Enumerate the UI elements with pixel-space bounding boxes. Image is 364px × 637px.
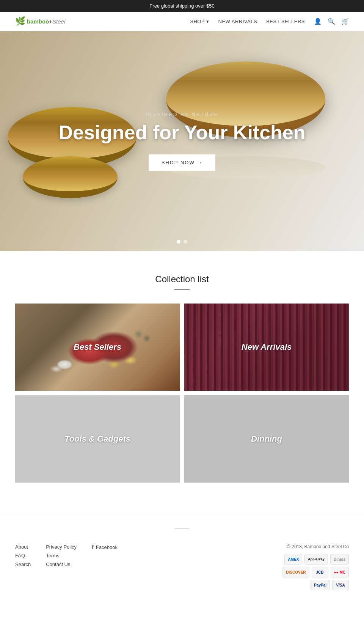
- payment-paypal: PayPal: [311, 580, 330, 590]
- collection-new-arrivals[interactable]: New Arrivals: [184, 304, 349, 391]
- banner-text: Free global shipping over $50: [149, 3, 214, 9]
- cart-icon[interactable]: 🛒: [341, 18, 349, 25]
- payment-mastercard: ●● MC: [331, 567, 349, 577]
- payment-amex: AMEX: [284, 554, 302, 565]
- footer-link-terms[interactable]: Terms: [46, 553, 77, 558]
- collection-label-new-arrivals: New Arrivals: [242, 342, 292, 352]
- facebook-label: Facebook: [96, 544, 118, 550]
- payment-discover: DISCOVER: [282, 567, 309, 577]
- collection-label-dining: Dinning: [251, 434, 282, 444]
- collections-divider: [174, 289, 190, 290]
- payment-visa: VISA: [332, 580, 349, 590]
- logo-plus: +: [49, 18, 52, 25]
- footer-link-about[interactable]: About: [15, 544, 31, 550]
- footer: About FAQ Search Privacy Policy Terms Co…: [0, 513, 364, 613]
- footer-col-2: Privacy Policy Terms Contact Us: [46, 544, 77, 590]
- collections-grid: Best Sellers New Arrivals Tools & Gadget…: [15, 304, 349, 483]
- footer-link-search[interactable]: Search: [15, 562, 31, 567]
- top-banner: Free global shipping over $50: [0, 0, 364, 12]
- footer-copyright: © 2018, Bamboo and Steel Co: [265, 544, 349, 549]
- collection-dining[interactable]: Dinning: [184, 395, 349, 483]
- footer-link-faq[interactable]: FAQ: [15, 553, 31, 558]
- collections-title: Collection list: [15, 274, 349, 285]
- header: 🌿 bamboo + Steel SHOP ▾ NEW ARRIVALS BES…: [0, 12, 364, 31]
- footer-right: © 2018, Bamboo and Steel Co AMEX Apple P…: [265, 544, 349, 590]
- footer-link-contact[interactable]: Contact Us: [46, 562, 77, 567]
- nav-shop[interactable]: SHOP ▾: [190, 19, 209, 24]
- collection-label-best-sellers: Best Sellers: [74, 342, 121, 352]
- collections-section: Collection list Best Sellers New Arrival…: [0, 251, 364, 498]
- logo-steel: Steel: [52, 18, 65, 25]
- carousel-dot-1[interactable]: [177, 240, 180, 244]
- collection-tools-gadgets[interactable]: Tools & Gadgets: [15, 395, 180, 483]
- hero-subtitle: INSPIRED BY NATURE: [58, 112, 305, 117]
- facebook-link[interactable]: f Facebook: [92, 544, 118, 550]
- payment-jcb: JCB: [312, 567, 328, 577]
- footer-social: f Facebook: [92, 544, 118, 590]
- logo-bamboo: bamboo: [27, 18, 49, 25]
- main-nav: SHOP ▾ NEW ARRIVALS BEST SELLERS: [190, 19, 305, 24]
- payment-diners: Diners: [330, 554, 349, 565]
- header-icons: 👤 🔍 🛒: [314, 18, 349, 25]
- footer-link-privacy[interactable]: Privacy Policy: [46, 544, 77, 550]
- payment-applepay: Apple Pay: [304, 554, 328, 565]
- logo-icon: 🌿: [15, 16, 25, 26]
- hero-carousel-dots: [177, 240, 187, 244]
- logo[interactable]: 🌿 bamboo + Steel: [15, 16, 65, 26]
- nav-new-arrivals[interactable]: NEW ARRIVALS: [218, 19, 257, 24]
- chevron-down-icon: ▾: [206, 19, 209, 24]
- nav-best-sellers[interactable]: BEST SELLERS: [266, 19, 305, 24]
- carousel-dot-2[interactable]: [184, 240, 187, 244]
- payment-icons: AMEX Apple Pay Diners DISCOVER JCB ●● MC…: [265, 554, 349, 590]
- footer-content: About FAQ Search Privacy Policy Terms Co…: [15, 544, 349, 590]
- hero-shop-button[interactable]: SHOP NOW →: [149, 154, 216, 171]
- collection-best-sellers[interactable]: Best Sellers: [15, 304, 180, 391]
- search-icon[interactable]: 🔍: [328, 18, 335, 25]
- collection-label-tools: Tools & Gadgets: [64, 434, 130, 444]
- hero-content: INSPIRED BY NATURE Designed for Your Kit…: [58, 112, 305, 170]
- account-icon[interactable]: 👤: [314, 18, 322, 25]
- facebook-icon: f: [92, 544, 94, 550]
- hero-section: INSPIRED BY NATURE Designed for Your Kit…: [0, 31, 364, 251]
- hero-title: Designed for Your Kitchen: [58, 122, 305, 143]
- footer-col-1: About FAQ Search: [15, 544, 31, 590]
